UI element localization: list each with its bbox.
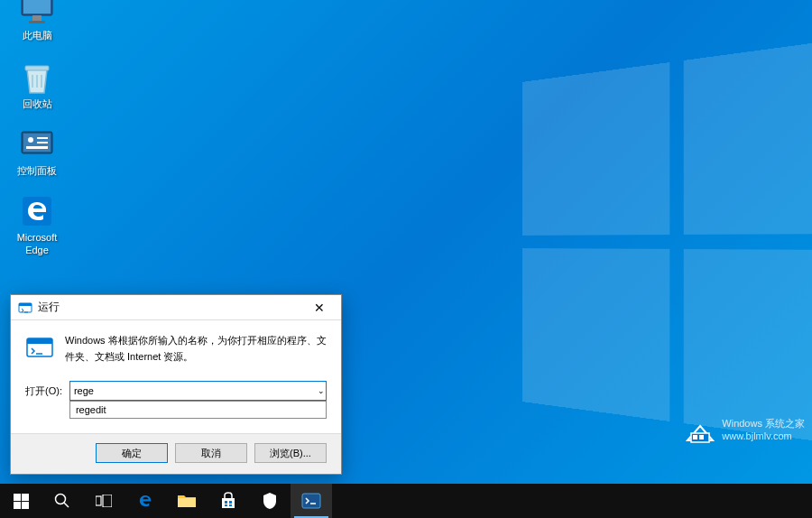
svg-rect-17	[693, 435, 697, 439]
browse-button[interactable]: 浏览(B)...	[254, 443, 327, 463]
svg-rect-32	[302, 494, 320, 508]
svg-rect-21	[14, 502, 21, 509]
watermark-icon	[684, 413, 716, 446]
run-description: Windows 将根据你所输入的名称，为你打开相应的程序、文件夹、文档或 Int…	[65, 333, 327, 365]
this-pc-icon	[19, 0, 55, 27]
svg-rect-28	[225, 501, 227, 504]
svg-rect-22	[22, 502, 29, 509]
svg-rect-13	[19, 303, 32, 306]
run-dialog-icon	[25, 333, 54, 362]
svg-rect-18	[699, 435, 704, 439]
svg-point-23	[56, 495, 66, 504]
run-button-row: 确定 取消 浏览(B)...	[11, 433, 341, 474]
taskbar-security[interactable]	[249, 484, 291, 518]
taskbar-store[interactable]	[208, 484, 249, 518]
svg-rect-3	[29, 21, 45, 23]
taskbar	[0, 484, 812, 518]
close-button[interactable]: ✕	[301, 296, 337, 319]
taskbar-file-explorer[interactable]	[166, 484, 208, 518]
svg-rect-30	[225, 504, 227, 506]
svg-rect-25	[96, 496, 101, 505]
windows-logo-background	[496, 61, 812, 422]
watermark-line2: www.bjlmlv.com	[722, 430, 805, 442]
desktop-icon-label: Microsoft Edge	[5, 231, 69, 257]
run-input-label: 打开(O):	[25, 384, 62, 398]
desktop-icon-this-pc[interactable]: 此电脑	[5, 0, 69, 42]
run-titlebar[interactable]: 运行 ✕	[11, 295, 341, 320]
svg-rect-9	[37, 142, 48, 143]
svg-rect-26	[103, 495, 112, 507]
svg-rect-4	[25, 66, 49, 70]
svg-rect-31	[229, 504, 232, 506]
svg-rect-19	[14, 494, 21, 501]
start-button[interactable]	[0, 484, 42, 518]
svg-point-7	[28, 137, 33, 143]
cancel-button[interactable]: 取消	[175, 443, 247, 463]
svg-rect-2	[32, 15, 42, 21]
desktop-icon-label: 控制面板	[5, 164, 69, 177]
autocomplete-item[interactable]: regedit	[70, 402, 326, 418]
svg-rect-1	[23, 0, 51, 14]
svg-rect-27	[178, 498, 196, 507]
control-panel-icon	[19, 126, 55, 162]
svg-rect-29	[229, 501, 232, 504]
run-dialog: 运行 ✕ Windows 将根据你所输入的名称，为你打开相应的程序、文件夹、文档…	[10, 294, 342, 475]
autocomplete-dropdown: regedit	[69, 401, 327, 419]
taskbar-edge[interactable]	[125, 484, 166, 518]
recycle-bin-icon	[19, 60, 55, 96]
desktop-icon-label: 回收站	[5, 97, 69, 110]
run-input[interactable]	[69, 381, 327, 401]
svg-rect-8	[37, 137, 48, 139]
desktop-icon-label: 此电脑	[5, 29, 69, 42]
desktop-icon-recycle-bin[interactable]: 回收站	[5, 60, 69, 110]
svg-line-24	[64, 503, 69, 507]
run-title-icon	[18, 301, 32, 315]
run-title: 运行	[38, 300, 301, 315]
svg-rect-10	[26, 146, 48, 149]
watermark-line1: Windows 系统之家	[722, 417, 805, 430]
desktop-icon-edge[interactable]: Microsoft Edge	[5, 193, 69, 257]
svg-rect-20	[22, 494, 29, 501]
watermark: Windows 系统之家 www.bjlmlv.com	[684, 413, 805, 446]
svg-rect-15	[27, 338, 52, 344]
search-button[interactable]	[42, 484, 83, 518]
taskbar-run[interactable]	[291, 484, 332, 518]
desktop-icon-control-panel[interactable]: 控制面板	[5, 126, 69, 177]
run-body: Windows 将根据你所输入的名称，为你打开相应的程序、文件夹、文档或 Int…	[11, 320, 341, 410]
ok-button[interactable]: 确定	[96, 443, 168, 463]
edge-icon	[19, 193, 55, 229]
task-view-button[interactable]	[83, 484, 125, 518]
desktop[interactable]: 此电脑 回收站 控制面板 Microsoft Edge 运行 ✕	[0, 0, 812, 484]
